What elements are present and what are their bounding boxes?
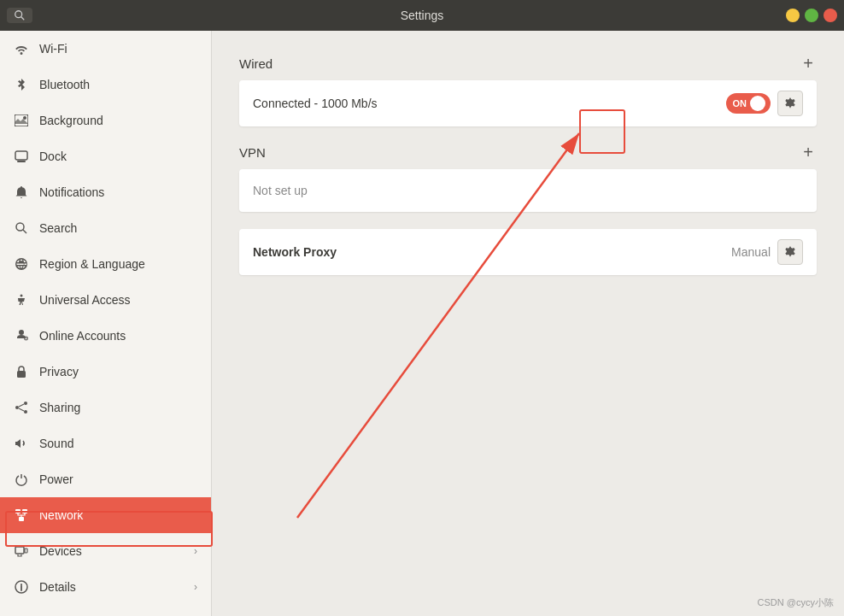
wired-title: Wired [239,56,273,71]
vpn-add-button[interactable]: + [800,144,817,161]
sidebar-label-sound: Sound [39,437,73,450]
svg-rect-4 [15,151,27,160]
svg-rect-5 [17,161,26,162]
sidebar-item-notifications[interactable]: Notifications [0,174,211,210]
main-container: Wi-Fi Bluetooth Background [0,31,844,616]
svg-rect-19 [25,549,27,553]
sidebar-item-dock[interactable]: Dock [0,138,211,174]
svg-line-13 [19,404,24,407]
background-icon [14,113,29,128]
notifications-icon [14,185,29,200]
wired-section-header: Wired + [239,55,817,72]
svg-point-3 [23,116,26,120]
wired-card: Connected - 1000 Mb/s ON [239,80,817,126]
sound-icon [14,436,29,451]
svg-point-6 [16,223,24,231]
svg-point-8 [21,295,23,297]
gear-icon [784,97,796,109]
wifi-icon [14,41,29,56]
sidebar-label-universal-access: Universal Access [39,293,131,307]
devices-icon [14,543,29,559]
proxy-gear-icon [784,246,796,258]
sidebar-item-details[interactable]: Details › [0,569,211,605]
dock-icon [14,149,29,164]
wired-connection-row: Connected - 1000 Mb/s ON [239,80,817,126]
universal-access-icon [14,292,29,308]
vpn-not-setup-row: Not set up [239,169,817,212]
sidebar-label-bluetooth: Bluetooth [39,78,90,91]
bluetooth-icon [14,77,29,92]
wired-connection-status: Connected - 1000 Mb/s [253,97,726,110]
sidebar-item-background[interactable]: Background [0,103,211,138]
sidebar-label-details: Details [39,580,76,594]
minimize-button[interactable] [786,9,800,22]
proxy-status: Manual [731,245,771,259]
svg-rect-18 [15,547,24,554]
sharing-icon [14,400,29,415]
privacy-icon [14,364,29,379]
content-area: Wired + Connected - 1000 Mb/s ON V [212,31,844,616]
sidebar-item-region[interactable]: Region & Language [0,246,211,282]
svg-line-14 [19,408,24,411]
wired-add-button[interactable]: + [800,55,817,72]
svg-point-11 [15,406,19,409]
sidebar-item-power[interactable]: Power [0,461,211,497]
maximize-button[interactable] [805,9,818,22]
wired-toggle[interactable]: ON [726,93,771,114]
network-icon [14,507,29,523]
devices-arrow: › [194,545,197,557]
sidebar-item-bluetooth[interactable]: Bluetooth [0,67,211,103]
sidebar-item-sound[interactable]: Sound [0,425,211,461]
region-icon [14,256,29,272]
wired-settings-button[interactable] [777,91,803,116]
sidebar-label-online-accounts: Online Accounts [39,329,126,343]
svg-line-1 [21,17,25,21]
sidebar-item-sharing[interactable]: Sharing [0,390,211,425]
vpn-card: Not set up [239,169,817,212]
sidebar-item-search[interactable]: Search [0,210,211,246]
sidebar-label-region: Region & Language [39,257,145,271]
svg-line-7 [23,230,26,233]
toggle-label: ON [733,98,747,109]
sidebar-label-wifi: Wi-Fi [39,42,67,56]
sidebar-item-network[interactable]: Network [0,497,211,533]
sidebar-label-power: Power [39,472,73,486]
svg-point-12 [24,410,27,414]
proxy-card: Network Proxy Manual [239,229,817,275]
proxy-settings-button[interactable] [777,239,803,265]
sidebar-item-universal-access[interactable]: Universal Access [0,282,211,318]
vpn-section-header: VPN + [239,144,817,161]
sidebar-label-sharing: Sharing [39,401,80,414]
details-icon [14,579,29,595]
proxy-row: Network Proxy Manual [239,229,817,275]
window-controls [786,9,837,22]
power-icon [14,472,29,487]
sidebar-label-dock: Dock [39,150,67,163]
sidebar-item-devices[interactable]: Devices › [0,533,211,569]
vpn-not-setup-label: Not set up [253,184,803,197]
sidebar-label-search: Search [39,221,77,235]
titlebar: Settings [0,0,844,31]
sidebar-label-network: Network [39,508,83,522]
vpn-title: VPN [239,145,266,160]
proxy-label: Network Proxy [253,245,731,259]
svg-rect-17 [19,517,24,521]
sidebar-item-wifi[interactable]: Wi-Fi [0,31,211,67]
search-sidebar-icon [14,220,29,236]
search-button[interactable] [7,8,32,23]
close-button[interactable] [823,9,837,22]
sidebar-label-background: Background [39,114,103,127]
watermark: CSDN @cycy小陈 [758,596,834,609]
toggle-knob [750,96,765,111]
svg-point-0 [15,11,22,18]
sidebar-label-devices: Devices [39,544,82,558]
sidebar: Wi-Fi Bluetooth Background [0,31,212,616]
svg-rect-9 [17,371,26,378]
sidebar-label-privacy: Privacy [39,365,79,378]
svg-point-10 [24,402,27,405]
svg-rect-15 [15,509,21,513]
sidebar-label-notifications: Notifications [39,185,104,199]
sidebar-item-privacy[interactable]: Privacy [0,354,211,390]
window-title: Settings [401,9,444,22]
sidebar-item-online-accounts[interactable]: Online Accounts [0,318,211,354]
